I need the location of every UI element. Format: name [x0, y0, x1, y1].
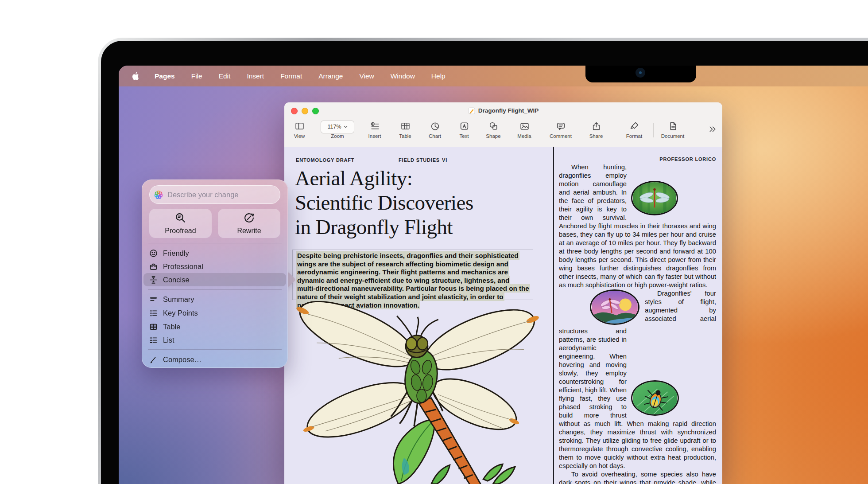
option-label: Compose…	[163, 355, 202, 364]
toolbar-label: Document	[656, 133, 690, 139]
window-title: Dragonfly Flight_WIP	[478, 107, 539, 114]
menu-item-view[interactable]: View	[359, 72, 374, 80]
dragonfly-art-oval	[590, 289, 639, 325]
toolbar-view-button[interactable]: View	[283, 121, 316, 139]
toolbar-label: Chart	[418, 133, 452, 139]
insert-icon	[370, 121, 380, 133]
toolbar-table-button[interactable]: Table	[388, 121, 422, 139]
title-bar[interactable]: Dragonfly Flight_WIP	[284, 102, 722, 119]
toolbar-label: View	[283, 133, 316, 139]
pages-document-icon	[468, 107, 475, 114]
menu-item-insert[interactable]: Insert	[247, 72, 264, 80]
toolbar-label: Media	[508, 133, 541, 139]
beetle-photo-oval	[631, 380, 679, 416]
separator	[148, 243, 282, 243]
proofread-button[interactable]: Proofread	[149, 209, 212, 238]
toolbar-label: Shape	[477, 133, 510, 139]
inline-image-dragonfly-photo[interactable]	[631, 181, 678, 215]
menu-item-format[interactable]: Format	[280, 72, 302, 80]
rewrite-button[interactable]: Rewrite	[218, 209, 280, 238]
minimize-button[interactable]	[302, 108, 308, 114]
inline-image-dragonfly-art[interactable]	[590, 289, 639, 325]
headline-line-2: Scientific Discoveries	[295, 191, 473, 215]
table-icon	[400, 121, 411, 133]
macbook-display: PagesFileEditInsertFormatArrangeViewWind…	[119, 66, 868, 484]
menu-item-arrange[interactable]: Arrange	[318, 72, 343, 80]
toolbar-media-button[interactable]: Media	[508, 121, 541, 139]
option-label: Professional	[163, 262, 203, 271]
separator	[148, 349, 282, 350]
apple-logo-icon[interactable]	[132, 72, 140, 81]
writing-tools-option-list[interactable]: List	[143, 333, 286, 347]
zoom-level-dropdown[interactable]: 117%	[321, 121, 354, 133]
article-column[interactable]: When hunting, dragonflies employ motion …	[559, 163, 716, 484]
separator	[148, 289, 282, 290]
article-paragraph-1[interactable]: When hunting, dragonflies employ motion …	[559, 163, 716, 289]
writing-tools-actions: ProofreadRewrite	[149, 209, 280, 238]
inline-image-beetle-photo[interactable]	[631, 380, 679, 416]
writing-tools-option-table[interactable]: Table	[143, 320, 286, 333]
key-points-icon	[149, 308, 158, 317]
window-chrome: Dragonfly Flight_WIP View117%ZoomInsertT…	[284, 102, 722, 147]
toolbar-shape-button[interactable]: Shape	[477, 121, 510, 139]
close-button[interactable]	[291, 108, 298, 114]
toolbar-chart-button[interactable]: Chart	[418, 121, 452, 139]
article-paragraph-2[interactable]: Dragonflies' four styles of flight, augm…	[559, 289, 716, 470]
menu-item-pages[interactable]: Pages	[155, 72, 175, 80]
header-volume-number[interactable]: VI	[442, 157, 447, 163]
option-label: Summary	[163, 295, 194, 304]
toolbar-share-button[interactable]: Share	[579, 121, 613, 139]
window-controls	[291, 108, 319, 114]
menu-bar: PagesFileEditInsertFormatArrangeViewWind…	[119, 66, 868, 86]
document-headline[interactable]: Aerial Agility: Scientific Discoveries i…	[295, 166, 473, 239]
fullscreen-button[interactable]	[312, 108, 319, 114]
writing-tools-option-summary[interactable]: Summary	[143, 293, 286, 306]
headline-line-3: in Dragonfly Flight	[295, 215, 473, 239]
marketing-canvas: PagesFileEditInsertFormatArrangeViewWind…	[0, 0, 868, 484]
selected-paragraph-text[interactable]: Despite being prehistoric insects, drago…	[296, 251, 530, 309]
toolbar-document-button[interactable]: Document	[656, 121, 690, 139]
toolbar-label: Zoom	[321, 133, 354, 139]
menu-items: PagesFileEditInsertFormatArrangeViewWind…	[155, 72, 446, 80]
toolbar-label: Format	[617, 133, 651, 139]
dragonfly-illustration[interactable]	[285, 301, 551, 484]
table-grid-icon	[149, 322, 158, 331]
option-label: Table	[163, 323, 180, 331]
writing-tools-option-key-points[interactable]: Key Points	[143, 306, 286, 320]
option-label: Friendly	[163, 249, 189, 258]
describe-change-field[interactable]	[149, 185, 280, 204]
apple-intelligence-icon	[154, 190, 163, 199]
writing-tools-option-professional[interactable]: Professional	[143, 260, 286, 273]
briefcase-icon	[149, 262, 158, 271]
toolbar-insert-button[interactable]: Insert	[358, 121, 391, 139]
header-professor-lorico[interactable]: PROFESSOR LORICO	[559, 156, 716, 162]
toolbar-label: Text	[447, 133, 481, 139]
toolbar-comment-button[interactable]: Comment	[544, 121, 577, 139]
toolbar-format-button[interactable]: Format	[617, 121, 651, 139]
view-sidebar-icon	[294, 121, 305, 133]
selected-paragraph-box[interactable]: Despite being prehistoric insects, drago…	[292, 250, 533, 300]
summary-icon	[149, 295, 158, 304]
zoom-level-value: 117%	[327, 124, 341, 130]
shape-icon	[488, 121, 499, 133]
option-label: Key Points	[163, 309, 198, 317]
menu-item-edit[interactable]: Edit	[219, 72, 231, 80]
menu-item-help[interactable]: Help	[431, 72, 446, 80]
toolbar-text-button[interactable]: Text	[447, 121, 481, 139]
menu-item-file[interactable]: File	[191, 72, 202, 80]
article-paragraph-3[interactable]: To avoid overheating, some species also …	[559, 470, 716, 484]
toolbar-divider	[653, 123, 654, 137]
toolbar-zoom-button[interactable]: 117%Zoom	[321, 121, 354, 139]
writing-tools-option-compose-[interactable]: Compose…	[143, 353, 286, 366]
toolbar-label: Table	[388, 133, 422, 139]
header-entomology-draft[interactable]: ENTOMOLOGY DRAFT	[296, 157, 354, 163]
writing-tools-option-concise[interactable]: Concise	[143, 273, 286, 286]
column-divider-rule	[553, 147, 554, 484]
document-canvas[interactable]: ENTOMOLOGY DRAFT FIELD STUDIES VI Aerial…	[284, 147, 722, 484]
describe-change-input[interactable]	[167, 190, 276, 199]
toolbar-overflow-button[interactable]	[704, 124, 720, 136]
menu-item-window[interactable]: Window	[391, 72, 415, 80]
header-field-studies[interactable]: FIELD STUDIES	[399, 157, 440, 163]
rewrite-icon	[243, 212, 255, 226]
writing-tools-option-friendly[interactable]: Friendly	[143, 246, 286, 260]
